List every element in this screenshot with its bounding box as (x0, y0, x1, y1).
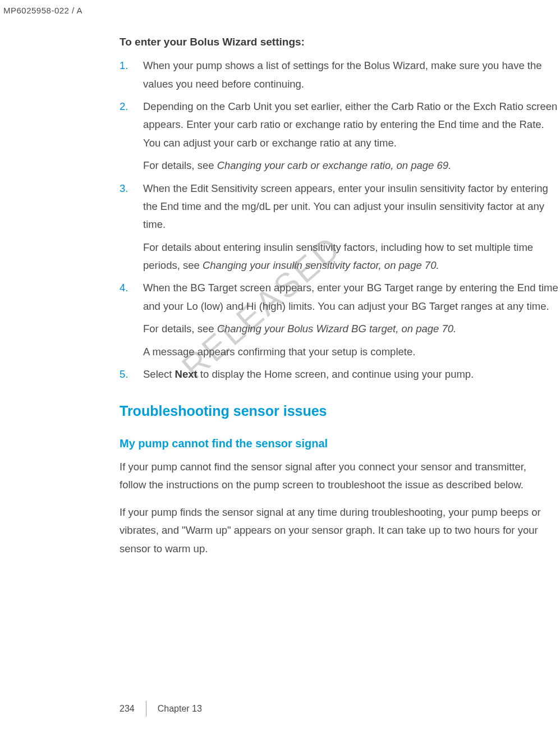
step-3: 3. When the Edit Sensitivity screen appe… (120, 180, 560, 275)
step-reference: For details, see Changing your carb or e… (143, 157, 560, 175)
ref-lead: For details, see (143, 159, 217, 171)
footer-divider (146, 701, 146, 717)
step-number: 5. (120, 365, 128, 383)
document-id: MP6025958-022 / A (3, 3, 82, 18)
step-text: When the Edit Sensitivity screen appears… (143, 180, 560, 234)
steps-list: 1. When your pump shows a list of settin… (120, 57, 560, 383)
ref-lead: For details, see (143, 323, 217, 334)
step-extra: A message appears confirming that your s… (143, 343, 560, 361)
body-paragraph: If your pump cannot find the sensor sign… (120, 458, 560, 494)
step-bold: Next (175, 368, 198, 380)
step-reference: For details about entering insulin sensi… (143, 239, 560, 275)
chapter-label: Chapter 13 (158, 701, 202, 717)
page-number: 234 (120, 701, 146, 717)
step-pre: Select (143, 368, 175, 380)
page-content: To enter your Bolus Wizard settings: 1. … (0, 0, 560, 558)
step-5: 5. Select Next to display the Home scree… (120, 365, 560, 383)
step-reference: For details, see Changing your Bolus Wiz… (143, 320, 560, 338)
step-4: 4. When the BG Target screen appears, en… (120, 279, 560, 361)
step-post: to display the Home screen, and continue… (198, 368, 474, 380)
ref-title: Changing your carb or exchange ratio, on… (217, 159, 452, 171)
step-2: 2. Depending on the Carb Unit you set ea… (120, 98, 560, 175)
step-text: Depending on the Carb Unit you set earli… (143, 98, 560, 152)
step-1: 1. When your pump shows a list of settin… (120, 57, 560, 93)
step-number: 1. (120, 57, 128, 75)
ref-title: Changing your insulin sensitivity factor… (203, 259, 439, 271)
step-number: 3. (120, 180, 128, 198)
ref-title: Changing your Bolus Wizard BG target, on… (217, 323, 457, 334)
intro-heading: To enter your Bolus Wizard settings: (120, 33, 560, 51)
body-paragraph: If your pump finds the sensor signal at … (120, 503, 560, 558)
step-text: When the BG Target screen appears, enter… (143, 279, 560, 315)
section-heading: Troubleshooting sensor issues (120, 399, 560, 424)
step-number: 2. (120, 98, 128, 116)
step-number: 4. (120, 279, 128, 297)
step-text: Select Next to display the Home screen, … (143, 365, 560, 383)
subsection-heading: My pump cannot find the sensor signal (120, 434, 560, 453)
step-text: When your pump shows a list of settings … (143, 57, 560, 93)
page-footer: 234 Chapter 13 (120, 701, 202, 717)
